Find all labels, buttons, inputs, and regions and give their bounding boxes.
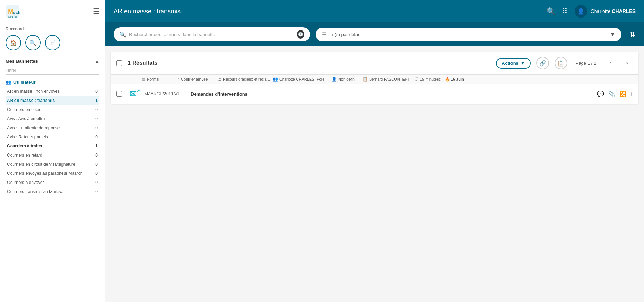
bannette-count: 0 <box>95 153 98 158</box>
svg-text:arch: arch <box>13 10 20 14</box>
utilisateur-icon: 👥 <box>6 80 11 85</box>
bannette-label: Courriers envoyés au parapheur Maarch <box>7 171 82 176</box>
bannette-count: 0 <box>95 116 98 121</box>
bannettes-header: Mes Bannettes ▲ <box>6 59 99 64</box>
col-category: 🗂 Recours gracieux et récla... <box>217 77 270 82</box>
maarch-logo: M arch Courrier <box>6 4 20 18</box>
sidebar-item-ar-non-envoyes[interactable]: AR en masse : non envoyés0 <box>6 87 99 96</box>
sort-lines-icon: ☰ <box>322 31 327 38</box>
sidebar-item-avis-retours[interactable]: Avis : Retours partiels0 <box>6 132 99 142</box>
column-headers: ▤ Normal ⇌ Courrier arrivée 🗂 Recours gr… <box>111 75 638 84</box>
bannette-count: 0 <box>95 189 98 194</box>
select-all-checkbox[interactable] <box>116 60 122 66</box>
bannette-label: Courriers à envoyer <box>7 180 44 185</box>
actions-label: Actions <box>502 61 518 66</box>
filter-input[interactable] <box>6 67 99 75</box>
bannette-label: AR en masse : non envoyés <box>7 89 60 94</box>
sidebar-item-courriers-maileva[interactable]: Courriers transmis via Maileva0 <box>6 187 99 196</box>
results-panel: 1 Résultats Actions ▼ 🔗 📋 Page 1 / 1 ‹ › <box>111 52 638 104</box>
info-icon[interactable]: ℹ <box>631 91 633 97</box>
table-row[interactable]: ✉ ↗ MAARCH/2019A/1 Demandes d'interventi… <box>111 84 638 104</box>
actions-chevron-icon: ▼ <box>521 61 525 66</box>
bannette-label: Courriers à traiter <box>7 144 42 149</box>
user-name: Charlotte CHARLES <box>591 8 636 14</box>
sidebar-item-courriers-copie[interactable]: Courriers en copie0 <box>6 105 99 114</box>
results-header: 1 Résultats Actions ▼ 🔗 📋 Page 1 / 1 ‹ › <box>111 52 638 75</box>
search-clock-button[interactable]: 🕐 <box>297 30 304 39</box>
sidebar-item-avis-emettre[interactable]: Avis : Avis à émettre0 <box>6 114 99 123</box>
col-time: ⏱ 15 minute(s) - 🔥 16 Juin <box>414 77 633 82</box>
bannette-count: 0 <box>95 162 98 167</box>
sidebar-item-avis-attente[interactable]: Avis : En attente de réponse0 <box>6 123 99 132</box>
user-menu[interactable]: 👤 Charlotte CHARLES <box>575 5 636 18</box>
search-box: 🔍 🕐 <box>114 27 310 41</box>
col-sender-icon: 📋 <box>362 77 368 82</box>
col-assignee-icon: 👥 <box>273 77 278 82</box>
svg-text:Courrier: Courrier <box>8 15 18 18</box>
col-dest-icon: 👤 <box>332 77 337 82</box>
mail-rows: ✉ ↗ MAARCH/2019A/1 Demandes d'interventi… <box>111 84 638 104</box>
copy-icon-button[interactable]: 📋 <box>555 57 567 69</box>
utilisateur-label: 👥 Utilisateur <box>6 77 99 87</box>
prev-page-button[interactable]: ‹ <box>605 57 616 69</box>
shortcuts-label: Raccourcis <box>6 27 99 32</box>
col-priority: ▤ Normal <box>142 77 173 82</box>
col-category-icon: 🗂 <box>217 77 222 82</box>
bannette-count: 0 <box>95 135 98 139</box>
shortcuts-row: 🏠 🔍 📄 <box>6 35 99 50</box>
bannette-count: 0 <box>95 125 98 130</box>
shortcuts-section: Raccourcis 🏠 🔍 📄 <box>0 22 105 55</box>
bannette-count: 0 <box>95 107 98 112</box>
page-title: AR en masse : transmis <box>114 8 181 15</box>
col-assignee: 👥 Charlotte CHARLES (Pôle ... <box>273 77 329 82</box>
comment-icon[interactable]: 💬 <box>597 91 604 97</box>
copy-icon: 📋 <box>557 60 564 67</box>
sidebar-item-courriers-retard[interactable]: Courriers en retard0 <box>6 151 99 160</box>
topbar: AR en masse : transmis 🔍 ⠿ 👤 Charlotte C… <box>105 0 644 22</box>
bannette-count: 1 <box>95 144 98 149</box>
bannette-count: 0 <box>95 89 98 94</box>
bannettes-collapse-icon[interactable]: ▲ <box>95 59 99 64</box>
hamburger-menu-icon[interactable]: ☰ <box>93 7 99 15</box>
bannette-list: AR en masse : non envoyés0AR en masse : … <box>6 87 99 196</box>
link-icon-button[interactable]: 🔗 <box>536 57 549 69</box>
shortcut-search-button[interactable]: 🔍 <box>25 35 41 50</box>
apps-grid-icon[interactable]: ⠿ <box>562 7 568 15</box>
avatar: 👤 <box>575 5 587 18</box>
sort-label: Tri(s) par défaut <box>330 32 607 37</box>
col-type-icon: ⇌ <box>176 77 179 82</box>
bannette-label: Avis : En attente de réponse <box>7 125 60 130</box>
bannette-label: Avis : Retours partiels <box>7 135 48 139</box>
next-page-button[interactable]: › <box>622 57 633 69</box>
bannette-label: AR en masse : transmis <box>7 98 55 103</box>
col-dest-label: Non défini <box>338 77 356 81</box>
sort-chevron-icon: ▼ <box>610 32 615 37</box>
pagination-info: Page 1 / 1 <box>576 61 596 66</box>
mail-envelope-icon: ✉ <box>130 89 137 99</box>
bannette-label: Courriers en circuit de visa/signature <box>7 162 75 167</box>
actions-button[interactable]: Actions ▼ <box>496 58 531 69</box>
share-icon[interactable]: 🔀 <box>619 91 626 97</box>
row-checkbox[interactable] <box>116 91 122 97</box>
mail-ref: MAARCH/2019A/1 <box>144 91 187 96</box>
shortcut-home-button[interactable]: 🏠 <box>6 35 21 50</box>
sidebar-item-courriers-parapheur[interactable]: Courriers envoyés au parapheur Maarch0 <box>6 169 99 178</box>
bannette-count: 0 <box>95 171 98 176</box>
sidebar-item-courriers-envoyer[interactable]: Courriers à envoyer0 <box>6 178 99 187</box>
search-input[interactable] <box>129 32 294 37</box>
filter-columns-icon[interactable]: ⇅ <box>630 30 636 39</box>
col-category-label: Recours gracieux et récla... <box>223 77 270 81</box>
sort-box[interactable]: ☰ Tri(s) par défaut ▼ <box>316 28 621 41</box>
bannette-count: 1 <box>95 98 98 103</box>
attachment-icon[interactable]: 📎 <box>608 91 615 97</box>
shortcut-add-button[interactable]: 📄 <box>45 35 60 50</box>
bannette-label: Avis : Avis à émettre <box>7 116 45 121</box>
bannette-label: Courriers transmis via Maileva <box>7 189 63 194</box>
search-icon[interactable]: 🔍 <box>547 7 555 15</box>
mail-forward-arrow-icon: ↗ <box>137 88 140 93</box>
sidebar-item-courriers-circuit[interactable]: Courriers en circuit de visa/signature0 <box>6 160 99 169</box>
sidebar-item-courriers-traiter[interactable]: Courriers à traiter1 <box>6 142 99 151</box>
col-priority-label: Normal <box>147 77 159 81</box>
sidebar-item-ar-transmis[interactable]: AR en masse : transmis1 <box>6 96 99 105</box>
avatar-icon: 👤 <box>577 8 584 15</box>
